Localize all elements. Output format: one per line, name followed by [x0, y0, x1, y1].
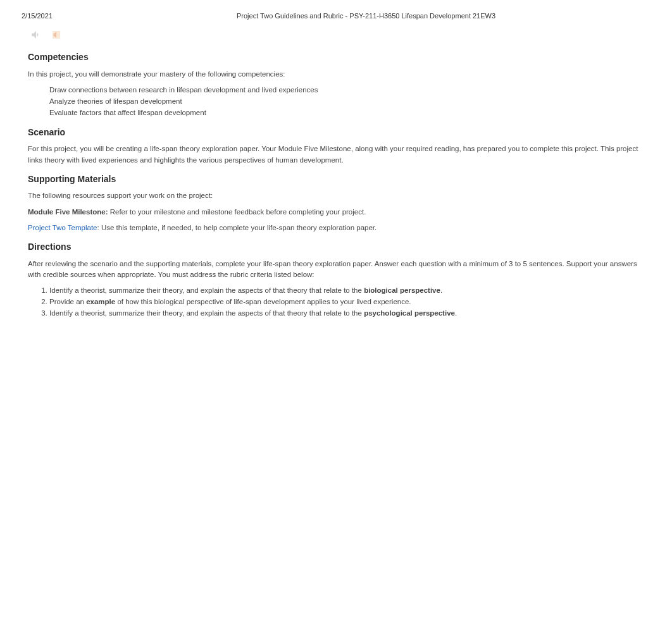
- listen-icon[interactable]: [28, 27, 44, 42]
- competencies-list: Draw connections between research in lif…: [49, 85, 650, 118]
- item-pre: Identify a theorist, summarize their the…: [49, 286, 364, 294]
- supporting-line-2: Project Two Template: Use this template,…: [28, 223, 650, 233]
- supporting-intro: The following resources support your wor…: [28, 190, 650, 201]
- template-text: : Use this template, if needed, to help …: [97, 224, 377, 231]
- directions-list: Identify a theorist, summarize their the…: [49, 285, 650, 319]
- directions-heading: Directions: [28, 241, 650, 254]
- item-post: .: [440, 286, 442, 294]
- supporting-heading: Supporting Materials: [28, 173, 650, 186]
- faded-content-region: [28, 345, 650, 376]
- template-link[interactable]: Project Two Template: [28, 224, 97, 231]
- list-item: Evaluate factors that affect lifespan de…: [49, 108, 650, 119]
- header-date: 2/15/2021: [22, 11, 237, 21]
- header-title: Project Two Guidelines and Rubric - PSY-…: [237, 11, 650, 21]
- item-post: .: [455, 309, 457, 317]
- item-pre: Provide an: [49, 298, 86, 305]
- readspeaker-icon[interactable]: [48, 27, 65, 42]
- list-item: Provide an example of how this biologica…: [49, 297, 650, 308]
- item-bold: biological perspective: [364, 286, 440, 294]
- supporting-line-1: Module Five Milestone: Refer to your mil…: [28, 207, 650, 218]
- list-item: Identify a theorist, summarize their the…: [49, 308, 650, 319]
- toolbar-icons: [22, 27, 650, 42]
- list-item: Draw connections between research in lif…: [49, 85, 650, 96]
- milestone-label: Module Five Milestone:: [28, 208, 108, 216]
- scenario-heading: Scenario: [28, 126, 650, 139]
- competencies-heading: Competencies: [28, 51, 650, 64]
- scenario-body: For this project, you will be creating a…: [28, 144, 650, 166]
- milestone-text: Refer to your milestone and milestone fe…: [108, 208, 366, 216]
- directions-intro: After reviewing the scenario and the sup…: [28, 259, 650, 281]
- item-post: of how this biological perspective of li…: [115, 298, 411, 305]
- list-item: Identify a theorist, summarize their the…: [49, 285, 650, 297]
- item-pre: Identify a theorist, summarize their the…: [49, 309, 364, 317]
- list-item: Analyze theories of lifespan development: [49, 96, 650, 108]
- competencies-intro: In this project, you will demonstrate yo…: [28, 69, 650, 80]
- item-bold: psychological perspective: [364, 309, 455, 317]
- page-header: 2/15/2021 Project Two Guidelines and Rub…: [22, 11, 650, 21]
- item-bold: example: [86, 298, 115, 305]
